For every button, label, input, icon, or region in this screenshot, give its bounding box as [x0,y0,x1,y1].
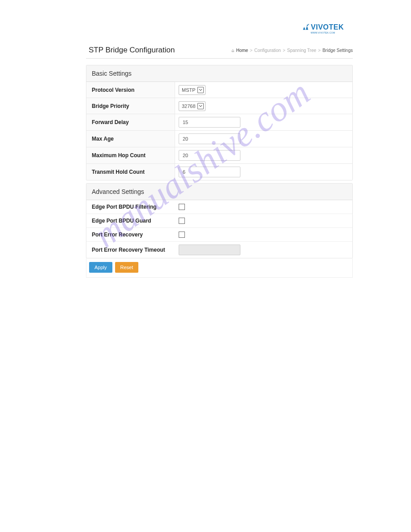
row-port-error-timeout: Port Error Recovery Timeout [86,242,352,258]
label-max-hop-count: Maximum Hop Count [86,147,175,163]
label-max-age: Max Age [86,131,175,147]
reset-button[interactable]: Reset [115,262,139,273]
input-max-age[interactable] [179,133,240,144]
logo-tagline: WWW.VIVOTEK.COM [311,31,335,34]
input-forward-delay[interactable] [179,117,240,128]
breadcrumb-configuration[interactable]: Configuration [254,48,281,53]
select-protocol-version[interactable]: MSTP [179,85,206,95]
select-bridge-priority-value: 32768 [182,103,196,109]
basic-settings-header: Basic Settings [86,65,352,82]
page-header: STP Bridge Configuration ⌂ Home > Config… [86,43,353,59]
action-buttons: Apply Reset [89,262,350,274]
row-bpdu-filtering: Edge Port BPDU Filtering [86,200,352,214]
breadcrumb-separator: > [318,48,321,53]
checkbox-bpdu-guard[interactable] [179,218,185,224]
page-title: STP Bridge Configuration [89,46,175,55]
input-transmit-hold-count[interactable] [179,167,240,177]
select-bridge-priority[interactable]: 32768 [179,101,206,111]
label-bpdu-filtering: Edge Port BPDU Filtering [86,200,175,214]
breadcrumb: ⌂ Home > Configuration > Spanning Tree >… [231,48,353,53]
label-port-error-timeout: Port Error Recovery Timeout [86,242,175,258]
logo-icon [302,23,310,31]
breadcrumb-home[interactable]: Home [236,48,248,53]
row-protocol-version: Protocol Version MSTP [86,82,352,98]
label-port-error-recovery: Port Error Recovery [86,228,175,241]
breadcrumb-separator: > [250,48,253,53]
apply-button[interactable]: Apply [89,262,112,273]
logo-brand-text: VIVOTEK [311,23,344,31]
row-bpdu-guard: Edge Port BPDU Guard [86,214,352,228]
label-forward-delay: Forward Delay [86,114,175,130]
advanced-settings-section: Advanced Settings Edge Port BPDU Filteri… [86,183,353,258]
label-transmit-hold-count: Transmit Hold Count [86,164,175,180]
label-protocol-version: Protocol Version [86,82,175,98]
select-protocol-version-value: MSTP [182,87,196,93]
advanced-settings-header: Advanced Settings [86,184,352,200]
row-port-error-recovery: Port Error Recovery [86,228,352,242]
row-transmit-hold-count: Transmit Hold Count [86,164,352,180]
home-icon[interactable]: ⌂ [231,48,234,53]
row-bridge-priority: Bridge Priority 32768 [86,98,352,114]
breadcrumb-bridge-settings: Bridge Settings [322,48,353,53]
row-forward-delay: Forward Delay [86,114,352,131]
svg-point-0 [307,25,308,26]
chevron-down-icon [197,87,204,93]
row-max-hop-count: Maximum Hop Count [86,147,352,164]
label-bridge-priority: Bridge Priority [86,98,175,114]
chevron-down-icon [197,103,204,109]
input-max-hop-count[interactable] [179,150,240,161]
breadcrumb-separator: > [283,48,285,53]
basic-settings-section: Basic Settings Protocol Version MSTP Bri… [86,65,353,180]
label-bpdu-guard: Edge Port BPDU Guard [86,214,175,227]
checkbox-bpdu-filtering[interactable] [179,204,185,210]
checkbox-port-error-recovery[interactable] [179,232,185,238]
breadcrumb-spanning-tree[interactable]: Spanning Tree [287,48,316,53]
row-max-age: Max Age [86,131,352,147]
brand-logo: VIVOTEK WWW.VIVOTEK.COM [302,23,344,34]
input-port-error-timeout [179,245,240,255]
